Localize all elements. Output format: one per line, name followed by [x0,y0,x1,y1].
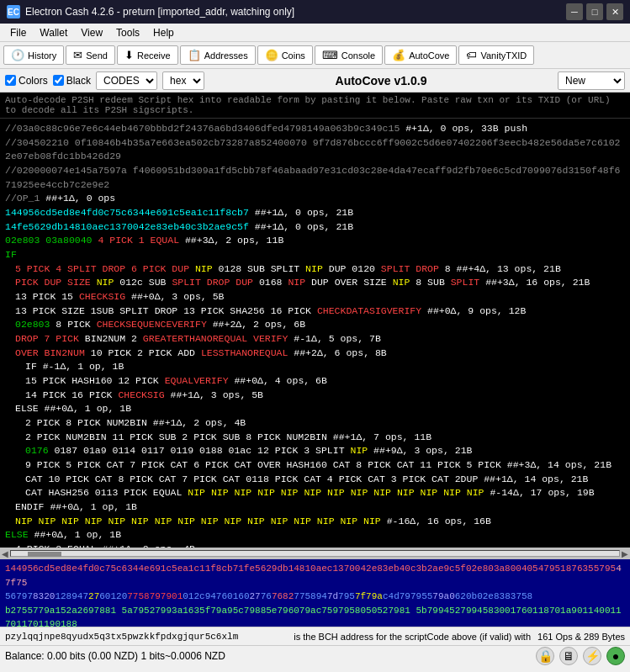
console-button[interactable]: ⌨ Console [315,45,383,65]
code-display[interactable]: //03a0c88c96e7e6c44eb4670bbbd2f24376a6bd… [0,119,630,548]
code-cathash256: CAT HASH256 0113 PICK EQUAL NIP NIP NIP … [5,486,625,500]
hex-dropdown[interactable]: hex [162,71,204,90]
hex-line-1: 144956cd5ed8e4fd0c75c6344e691c5ea1c11f8c… [5,562,625,590]
black-checkbox[interactable] [53,75,64,86]
code-if-1: IF [5,248,625,262]
vanitytxid-icon: 🏷 [466,49,477,61]
colors-checkbox[interactable] [5,75,16,86]
menu-help[interactable]: Help [146,25,181,40]
scroll-left-icon[interactable]: ◀ [2,549,8,558]
code-0176: 0176 0187 01a9 0114 0117 0119 0188 01ac … [5,444,625,458]
menu-tools[interactable]: Tools [109,25,146,40]
code-line-5: 144956cd5ed8e4fd0c75c6344e691c5ea1c11f8c… [5,206,625,220]
autocove-icon: 💰 [392,49,405,61]
app-icon: EC [7,5,20,19]
coins-icon: 🪙 [265,49,278,61]
network-icon[interactable]: 🖥 [559,647,578,665]
code-line-3: //020000074e145a7597a f4060951bd309a1fd5… [5,164,625,192]
menubar: File Wallet View Tools Help [0,24,630,42]
code-pick4: 5 PICK 4 SPLIT DROP 6 PICK DUP NIP 0128 … [5,262,625,277]
titlebar-left: EC Electron Cash 4.2.6 - preturn [import… [7,5,294,19]
code-else-1: ELSE ##+0Δ, 1 op, 1B [5,402,625,416]
close-button[interactable]: ✕ [606,3,623,20]
is-bch-label: is the BCH address for the scriptCode ab… [294,632,531,642]
code-2pick-num2bin: 2 PICK NUM2BIN 11 PICK SUB 2 PICK SUB 8 … [5,431,625,445]
codes-dropdown[interactable]: CODES [96,71,157,90]
receive-button[interactable]: ⬇ Receive [117,45,178,65]
addresses-icon: 📋 [188,49,201,61]
hex-display[interactable]: 144956cd5ed8e4fd0c75c6344e691c5ea1c11f8c… [0,559,630,627]
code-13pick: 13 PICK 15 CHECKSIG ##+0Δ, 3 ops, 5B [5,290,625,304]
new-dropdown[interactable]: New [558,71,625,90]
maximize-button[interactable]: □ [586,3,603,20]
code-endif-1: ENDIF ##+0Δ, 1 op, 1B [5,500,625,515]
code-line-7: 02e803 03a80040 4 PICK 1 EQUAL ##+3Δ, 2 … [5,234,625,248]
send-icon: ✉ [73,49,82,61]
code-cat10: CAT 10 PICK CAT 8 PICK CAT 7 PICK CAT 01… [5,473,625,487]
controls-row: Colors Black CODES hex AutoCove v1.0.9 N… [0,69,630,93]
code-over-bin2num: OVER BIN2NUM 10 PICK 2 PICK ADD LESSTHAN… [5,347,625,361]
code-line-4: //OP_1 ##+1Δ, 0 ops [5,192,625,206]
lock-icon[interactable]: 🔒 [536,647,554,665]
toolbar: 🕐 History ✉ Send ⬇ Receive 📋 Addresses 🪙… [0,42,630,69]
code-pick8: 2 PICK 8 PICK NUM2BIN ##+1Δ, 2 ops, 4B [5,416,625,431]
code-02e803: 02e803 8 PICK CHECKSEQUENCEVERIFY ##+2Δ,… [5,318,625,332]
code-13pick2: 13 PICK SIZE 1SUB SPLIT DROP 13 PICK SHA… [5,304,625,319]
code-drop7: DROP 7 PICK BIN2NUM 2 GREATERTHANOREQUAL… [5,332,625,347]
addresses-button[interactable]: 📋 Addresses [180,45,256,65]
code-9pick: 9 PICK 5 PICK CAT 7 PICK CAT 6 PICK CAT … [5,458,625,473]
status-bar: pzylqqjnpe8qyudx5q3tx5pwzkkfpdxgjqur5c6x… [0,627,630,645]
titlebar: EC Electron Cash 4.2.6 - preturn [import… [0,0,630,24]
vanitytxid-button[interactable]: 🏷 VanityTXID [458,45,534,65]
app-title: AutoCove v1.0.9 [209,74,553,87]
black-checkbox-label[interactable]: Black [53,75,91,87]
scrollbar-track[interactable] [10,550,620,557]
code-line-6: 14fe5629db14810aec1370042e83eb40c3b2ae9c… [5,220,625,235]
code-pick-dup: PICK DUP SIZE NIP 012c SUB SPLIT DROP DU… [5,276,625,290]
bottom-bar: Balance: 0.00 bits (0.00 NZD) 1 bits~0.0… [0,645,630,665]
horizontal-scrollbar[interactable]: ◀ ▶ [0,548,630,559]
status-icon: ● [606,647,625,665]
ops-bytes: 161 Ops & 289 Bytes [537,632,625,642]
history-button[interactable]: 🕐 History [3,45,64,65]
bottom-icons: 🔒 🖥 ⚡ ● [536,647,625,665]
coins-button[interactable]: 🪙 Coins [257,45,313,65]
menu-file[interactable]: File [3,25,33,40]
history-icon: 🕐 [11,49,24,61]
code-nip-row: NIP NIP NIP NIP NIP NIP NIP NIP NIP NIP … [5,515,625,529]
titlebar-title: Electron Cash 4.2.6 - preturn [imported_… [25,6,294,18]
menu-wallet[interactable]: Wallet [33,25,74,40]
code-else-2: ELSE ##+0Δ, 1 op, 1B [5,528,625,542]
code-line-1: //03a0c88c96e7e6c44eb4670bbbd2f24376a6bd… [5,122,625,136]
address-display: pzylqqjnpe8qyudx5q3tx5pwzkkfpdxgjqur5c6x… [5,632,287,642]
lightning-icon[interactable]: ⚡ [583,647,601,665]
code-line-2: //304502210 0f10846b4b35a7e663ea502cb732… [5,136,625,164]
hex-line-3: b2755779a152a2697881 5a79527993a1635f79a… [5,604,625,627]
receive-icon: ⬇ [124,49,134,61]
autocove-button[interactable]: 💰 AutoCove [384,45,457,65]
scroll-right-icon[interactable]: ▶ [622,549,628,558]
hex-line-2: 56797832012894727601207758797901012c9476… [5,590,625,604]
code-hash160: 15 PICK HASH160 12 PICK EQUALVERIFY ##+0… [5,374,625,389]
scrollbar-thumb[interactable] [28,552,61,557]
console-icon: ⌨ [322,49,338,61]
info-text: Auto-decode P2SH redeem Script hex into … [0,93,630,119]
minimize-button[interactable]: ─ [566,3,583,20]
titlebar-controls: ─ □ ✕ [566,3,623,20]
balance-label: Balance: 0.00 bits (0.00 NZD) 1 bits~0.0… [5,650,225,662]
send-button[interactable]: ✉ Send [66,45,115,65]
colors-checkbox-label[interactable]: Colors [5,75,48,87]
code-if-2: IF #-1Δ, 1 op, 1B [5,360,625,374]
code-14pick: 14 PICK 16 PICK CHECKSIG ##+1Δ, 3 ops, 5… [5,389,625,403]
menu-view[interactable]: View [74,25,109,40]
